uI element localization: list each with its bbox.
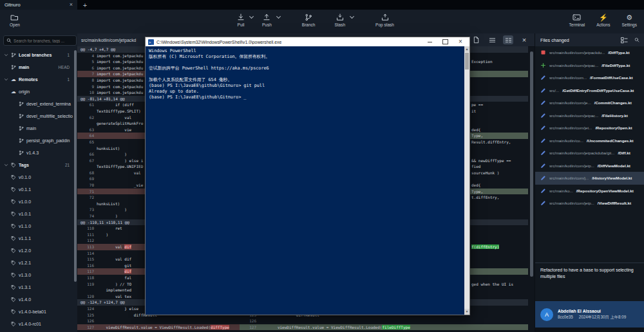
sidebar-item-devel-extend-termina[interactable]: devel_extend_termina: [0, 98, 73, 110]
sidebar-item-v1-4-0[interactable]: v1.4.0: [0, 293, 73, 306]
toolbar-button-push[interactable]: Push: [260, 14, 274, 27]
sidebar-item-main[interactable]: main: [0, 122, 73, 134]
select-multiple-icon[interactable]: [621, 37, 628, 44]
line-number: 110: [77, 225, 97, 232]
file-changed-repositoryopen-kt[interactable]: src/main/kotlin/com/jet.../RepositoryOpe…: [535, 122, 644, 134]
sidebar-search[interactable]: [3, 35, 77, 46]
toolbar-button-stash[interactable]: Stash: [332, 14, 347, 27]
file-changed-filedifftype-kt[interactable]: src/main/kotlin/com/jetpac.../FileDiffTy…: [535, 59, 644, 72]
code-text: _vie: [97, 182, 143, 189]
powershell-window[interactable]: >_ C:\Windows\System32\WindowsPowerShell…: [145, 37, 470, 315]
sidebar-item-v1-1-1[interactable]: v1.1.1: [0, 232, 73, 244]
toolbar-button-branch[interactable]: Branch: [300, 14, 317, 27]
line-number: 74: [77, 213, 97, 219]
unified-view-icon[interactable]: [487, 35, 497, 44]
sidebar-item-v1-3-0[interactable]: v1.3.0: [0, 269, 73, 281]
sidebar-item-origin[interactable]: ☁origin: [0, 86, 73, 98]
line-number: [77, 163, 97, 170]
search-files-icon[interactable]: [634, 37, 639, 42]
sidebar-item-local-branches[interactable]: Local branches1: [0, 49, 73, 61]
line-number: 113: [77, 244, 97, 250]
maximize-button[interactable]: [439, 37, 451, 46]
file-name: /DiffViewModel.kt: [598, 163, 630, 168]
toolbar-button-pop-stash[interactable]: Pop stash: [374, 14, 396, 27]
diff-scrollbar[interactable]: [530, 51, 533, 277]
sidebar-item-v1-2-0[interactable]: v1.2.0: [0, 244, 73, 257]
powershell-scrollbar[interactable]: ▲ ▼: [464, 46, 469, 315]
sidebar-item-remotes[interactable]: ☁Remotes1: [0, 73, 73, 86]
sidebar-item-v1-0-0[interactable]: v1.0.0: [0, 196, 73, 208]
tab-gitnuro[interactable]: Gitnuro ×: [0, 0, 78, 10]
sidebar-item-v1-4-0-rc01[interactable]: v1.4.0-rc01: [0, 318, 73, 330]
file-changed-diff-kt[interactable]: src/main/kotlin/com/jetpackduba/git.../D…: [535, 147, 644, 160]
file-changed-getdiffentryfromdifftypeusecase-kt[interactable]: src/.../GetDiffEntryFromDiffTypeUseCase.…: [535, 84, 644, 97]
toolbar-button-pull[interactable]: Pull: [235, 14, 247, 27]
sidebar-item-v1-2-1[interactable]: v1.2.1: [0, 257, 73, 269]
dropdown-chevron-icon[interactable]: [276, 15, 281, 19]
line-number: 127: [240, 324, 259, 331]
line-number: 10: [77, 89, 97, 96]
sidebar-scrollbar[interactable]: [74, 50, 77, 282]
sidebar-item-devel-multifile-selectio[interactable]: devel_multifile_selectio: [0, 110, 73, 122]
tag-icon: [11, 199, 16, 205]
file-path: src/main/kotlin/com/jet...: [549, 125, 592, 130]
chevron-down-icon[interactable]: [3, 163, 8, 167]
file-changed-repositoryopenviewmodel-kt[interactable]: src/main/ko.../RepositoryOpenViewModel.k…: [535, 185, 644, 198]
toolbar-button-open[interactable]: Open: [8, 14, 22, 27]
close-button[interactable]: ×: [454, 37, 467, 46]
files-changed-header: Files changed: [535, 33, 644, 46]
sidebar-item-tags[interactable]: Tags21: [0, 159, 73, 171]
sidebar-item-v1-0-1[interactable]: v1.0.1: [0, 208, 73, 220]
file-path: src/main/kotlin/com/jetpackduba/git...: [549, 151, 614, 155]
branch-icon: [19, 138, 24, 143]
sidebar-item-main[interactable]: mainHEAD: [0, 61, 73, 73]
toolbar-button-terminal[interactable]: Terminal: [567, 14, 587, 27]
commit-author-row[interactable]: A Abdellah El Alssaoui 8cc0e35 2024年12月3…: [535, 301, 644, 327]
file-name: /CommitChanges.kt: [594, 100, 632, 105]
changed-token: fileDiffType: [382, 325, 410, 329]
sidebar-item-v1-1-0[interactable]: v1.1.0: [0, 220, 73, 232]
powershell-console[interactable]: Windows PowerShell版权所有 (C) Microsoft Cor…: [146, 46, 464, 315]
chevron-down-icon[interactable]: [3, 77, 8, 82]
new-tab-button[interactable]: +: [78, 0, 92, 10]
toolbar-button-actions[interactable]: ⚡Actions: [594, 14, 612, 27]
item-label: v1.1.1: [19, 236, 31, 241]
file-changed-viewdiffresult-kt[interactable]: src/main/kotlin/com/jetp.../ViewDiffResu…: [535, 197, 644, 210]
sidebar-item-persist-graph-paddin[interactable]: persist_graph_paddin: [0, 134, 73, 147]
tab-close-icon[interactable]: ×: [70, 2, 73, 8]
item-label: v1.3.0: [19, 273, 31, 277]
scroll-down-icon[interactable]: ▼: [464, 309, 469, 315]
search-input[interactable]: [14, 39, 73, 43]
file-icon[interactable]: [471, 35, 481, 44]
file-changed-commitchanges-kt[interactable]: src/main/kotlin/com/je.../CommitChanges.…: [535, 97, 644, 109]
code-text: ): [97, 151, 127, 158]
code-text: implemented: [97, 287, 131, 293]
scrollbar-thumb[interactable]: [465, 53, 469, 69]
file-changed-difftype-kt[interactable]: src/main/kotlin/com/jetpackdu.../DiffTyp…: [535, 46, 644, 59]
sidebar-item-v1-4-0-beta01[interactable]: v1.4.0-beta01: [0, 306, 73, 318]
minimize-button[interactable]: [423, 37, 436, 46]
toolbar-button-settings[interactable]: ⚙Settings: [620, 14, 639, 27]
file-changed-diffviewmodel-kt[interactable]: src/main/kotlin/com/jetp.../DiffViewMode…: [535, 160, 644, 172]
file-changed-uncommitedchanges-kt[interactable]: src/main/kotlin/co.../UncommitedChanges.…: [535, 134, 644, 147]
sidebar-item-v0-1-0[interactable]: v0.1.0: [0, 171, 73, 183]
file-changed-historyviewmodel-kt[interactable]: src/main/kotlin/com/j.../HistoryViewMode…: [535, 172, 644, 185]
sidebar-item-v1-3-1[interactable]: v1.3.1: [0, 281, 73, 293]
panel-footer: [535, 327, 644, 332]
scroll-up-icon[interactable]: ▲: [464, 46, 469, 52]
split-view-icon[interactable]: [503, 35, 513, 44]
sidebar-item-v0-1-1[interactable]: v0.1.1: [0, 183, 73, 196]
sidebar-item-v1-4-3[interactable]: v1.4.3: [0, 147, 73, 159]
line-number: 70: [77, 182, 97, 189]
code-text: val tex: [97, 293, 131, 300]
chevron-down-icon[interactable]: [3, 53, 8, 57]
code-text: TextDiffType.UNIFIED: [97, 163, 143, 170]
line-number: 73: [77, 207, 97, 213]
dropdown-chevron-icon[interactable]: [350, 15, 354, 19]
item-label: main: [26, 126, 36, 131]
powershell-title-bar[interactable]: >_ C:\Windows\System32\WindowsPowerShell…: [146, 37, 469, 46]
file-changed-filehistory-kt[interactable]: src/main/kotlin/com/jetpac.../FileHistor…: [535, 109, 644, 122]
file-changed-formatdiffusecase-kt[interactable]: src/main/kotlin/com.../FormatDiffUseCase…: [535, 71, 644, 84]
dropdown-chevron-icon[interactable]: [249, 15, 254, 19]
close-diff-icon[interactable]: ×: [519, 35, 529, 44]
